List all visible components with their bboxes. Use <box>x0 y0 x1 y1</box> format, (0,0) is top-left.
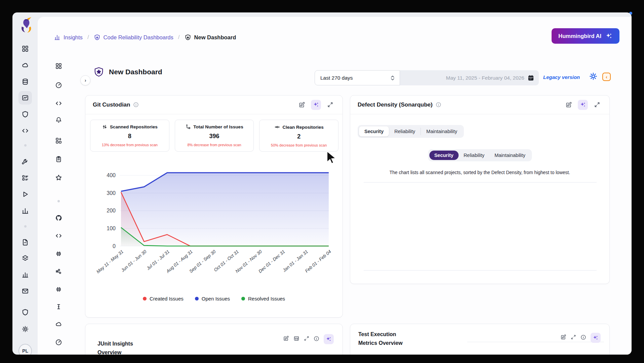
settings-gear-button[interactable] <box>589 72 598 82</box>
sidebar-item-database[interactable] <box>18 75 32 88</box>
breadcrumb-code-reliability[interactable]: Code Reliability Dashboards <box>94 34 173 41</box>
rail-item-audit[interactable] <box>52 153 65 165</box>
sidebar-item-privacy[interactable] <box>18 306 32 319</box>
issues-area-chart[interactable]: 0100200300400May 11 - May 31Jun 01 - Jun… <box>93 165 335 291</box>
expand-widget-button[interactable] <box>325 100 335 110</box>
ai-insight-button[interactable] <box>311 100 321 110</box>
rail-item-cloud-source[interactable] <box>52 318 65 330</box>
chart-top-line <box>364 182 597 183</box>
edit-pencil-icon[interactable] <box>283 335 289 343</box>
test-card-actions <box>560 333 601 343</box>
edit-widget-button[interactable] <box>564 100 574 110</box>
svg-text:Jun 01 - Jun 30: Jun 01 - Jun 30 <box>120 249 148 273</box>
rail-item-airflow[interactable] <box>52 265 65 277</box>
rail-item-favorites[interactable] <box>52 171 65 184</box>
legend-dot <box>241 297 245 300</box>
inner-tab-maintainability[interactable]: Maintainability <box>489 151 530 160</box>
chevron-right-icon: › <box>85 78 86 83</box>
hummingbird-ai-button[interactable]: Hummingbird AI <box>552 28 619 44</box>
info-icon[interactable] <box>436 102 441 108</box>
stat-delta: 8% decrease from previous scan <box>178 143 250 148</box>
inner-tab-security[interactable]: Security <box>429 151 458 160</box>
legend-dot <box>143 297 147 300</box>
sidebar-item-code[interactable] <box>18 124 32 137</box>
resize-diagonal-icon[interactable] <box>571 334 576 341</box>
expand-icon <box>594 102 600 108</box>
sidebar-item-security[interactable] <box>18 108 32 121</box>
cloud-icon <box>55 321 62 328</box>
sidebar-item-pipelines[interactable] <box>18 188 32 201</box>
insights-chart-icon <box>22 94 29 102</box>
info-icon[interactable] <box>580 334 586 341</box>
sidebar-item-analytics[interactable] <box>18 204 32 217</box>
sidebar-divider-dot <box>18 138 32 152</box>
sidebar-item-cloud[interactable] <box>18 58 32 72</box>
sidebar-item-settings[interactable] <box>18 322 32 336</box>
robot-icon <box>55 286 62 293</box>
breadcrumb-insights[interactable]: Insights <box>54 34 83 41</box>
ai-insight-button[interactable] <box>324 334 334 344</box>
user-avatar[interactable]: PL <box>18 344 32 355</box>
sidebar-item-mail[interactable] <box>18 284 32 298</box>
legend-item[interactable]: Open Issues <box>195 296 230 301</box>
date-range-select[interactable]: Last 270 days <box>315 70 400 85</box>
code-icon <box>22 127 29 134</box>
sidebar-expand-button[interactable]: › <box>80 75 90 85</box>
inner-tab-reliability[interactable]: Reliability <box>458 151 489 160</box>
legacy-version-link[interactable]: Legacy version <box>543 74 580 80</box>
stat-scanned-repositories[interactable]: Scanned Repositories 8 13% decrease from… <box>90 120 169 152</box>
rail-item-monitor[interactable] <box>52 336 65 348</box>
cloud-icon <box>22 62 29 69</box>
legend-item[interactable]: Resolved Issues <box>241 296 285 301</box>
expand-widget-button[interactable] <box>592 100 602 110</box>
sidebar-item-files[interactable] <box>18 236 32 249</box>
tab-reliability[interactable]: Reliability <box>389 126 420 136</box>
sidebar-item-metrics[interactable] <box>18 268 32 281</box>
shield-icon <box>22 309 29 316</box>
main-panel: › Insights / Code Reliability Dashboards… <box>38 17 632 355</box>
sidebar-item-tools[interactable] <box>18 155 32 168</box>
rail-item-jira[interactable] <box>52 300 65 313</box>
github-icon <box>55 214 62 221</box>
rail-item-github[interactable] <box>52 212 65 224</box>
rail-item-widgets[interactable] <box>52 60 65 72</box>
sidebar-item-insights-active[interactable] <box>18 91 32 105</box>
breadcrumb-separator: / <box>87 34 89 41</box>
tab-security[interactable]: Security <box>359 126 389 136</box>
mouse-cursor <box>326 151 337 167</box>
rail-item-bot-2[interactable] <box>52 283 65 295</box>
grid-icon <box>55 63 62 70</box>
info-icon[interactable] <box>314 336 319 343</box>
stat-value: 8 <box>94 133 166 140</box>
stat-value: 396 <box>178 133 250 140</box>
stat-total-issues[interactable]: Total Number of Issues 396 8% decrease f… <box>175 120 254 152</box>
sidebar-divider-dot <box>18 219 32 233</box>
junit-card-actions <box>283 334 334 344</box>
bar-chart-icon <box>54 34 61 41</box>
stat-clean-repositories[interactable]: Clean Repositories 2 50% decrease from p… <box>259 120 338 152</box>
sidebar-item-layers[interactable] <box>18 251 32 265</box>
date-range-field[interactable]: May 11, 2025 - February 04, 2026 <box>400 70 539 85</box>
rail-item-code[interactable] <box>52 97 65 109</box>
ai-insight-button[interactable] <box>578 100 588 110</box>
legend-item[interactable]: Created Issues <box>143 296 184 301</box>
rail-item-bot[interactable] <box>52 247 65 259</box>
table-view-icon[interactable] <box>293 335 299 343</box>
collapse-panel-button[interactable]: ‹ <box>602 73 611 81</box>
rail-item-alerts[interactable] <box>52 114 65 126</box>
rail-item-gitlab-code[interactable] <box>52 230 65 242</box>
sidebar-item-reports[interactable] <box>18 171 32 185</box>
ai-insight-button[interactable] <box>591 333 601 343</box>
info-icon[interactable] <box>133 102 139 108</box>
svg-text:200: 200 <box>107 208 116 213</box>
rail-item-performance[interactable] <box>52 79 65 91</box>
rail-item-add-widget[interactable] <box>52 134 65 147</box>
edit-widget-button[interactable] <box>297 100 307 110</box>
shield-star-icon <box>185 34 191 41</box>
bar-chart-icon <box>22 207 29 214</box>
breadcrumb-new-dashboard[interactable]: New Dashboard <box>185 34 236 41</box>
sidebar-item-dashboard[interactable] <box>18 42 32 55</box>
edit-pencil-icon[interactable] <box>560 334 566 341</box>
tab-maintainability[interactable]: Maintainability <box>421 126 462 136</box>
resize-diagonal-icon[interactable] <box>304 336 309 342</box>
